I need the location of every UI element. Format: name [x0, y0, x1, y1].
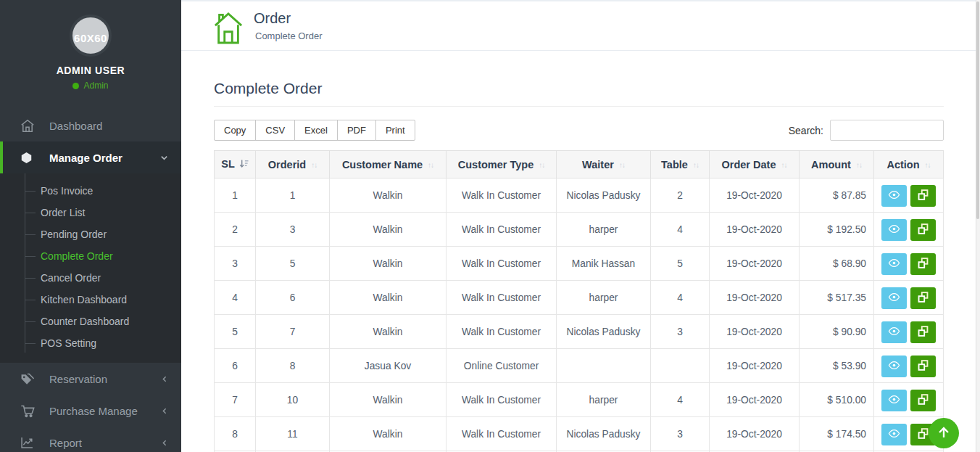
cell-amount: $ 53.90 — [800, 349, 874, 383]
cell-table — [651, 349, 710, 383]
submenu-item[interactable]: Kitchen Dashboard — [0, 289, 181, 311]
view-button[interactable] — [881, 356, 907, 377]
cell-customer-type: Walk In Customer — [447, 281, 557, 315]
cell-order-date: 19-Oct-2020 — [710, 383, 800, 417]
sort-icon: ↑↓ — [311, 161, 317, 169]
cell-order-date: 19-Oct-2020 — [710, 178, 800, 213]
sidebar-item-dashboard[interactable]: Dashboard — [0, 110, 181, 141]
chevron-left-icon — [161, 439, 168, 447]
column-header-sl[interactable]: SL — [215, 151, 256, 178]
sidebar-item-purchase-manage[interactable]: Purchase Manage — [0, 395, 181, 427]
submenu-item[interactable]: Complete Order — [0, 245, 181, 267]
chart-icon — [20, 436, 38, 449]
sidebar-item-label: Dashboard — [49, 120, 102, 132]
clone-button[interactable] — [910, 287, 936, 309]
sort-icon: ↑↓ — [693, 161, 699, 169]
cell-customer-type: Walk In Customer — [447, 247, 557, 281]
cell-customer-type: Online Customer — [447, 349, 557, 383]
clone-button[interactable] — [910, 321, 936, 343]
eye-icon — [888, 292, 900, 304]
cell-orderid: 5 — [256, 247, 330, 281]
cell-table: 3 — [651, 315, 710, 349]
sidebar-item-reservation[interactable]: Reservation — [0, 363, 181, 395]
clone-button[interactable] — [910, 253, 936, 275]
column-header-amount[interactable]: Amount↑↓ — [800, 151, 874, 178]
cell-action — [874, 281, 944, 315]
cell-table: 5 — [651, 247, 710, 281]
cell-table: 3 — [651, 417, 710, 451]
submenu-item[interactable]: POS Setting — [0, 332, 181, 354]
page-title: Order — [254, 10, 322, 27]
view-button[interactable] — [881, 390, 907, 411]
cell-customer-name: Jasua Kov — [330, 349, 447, 383]
cell-waiter: Nicolas Padusky — [557, 417, 651, 451]
user-role-label: Admin — [83, 81, 108, 91]
vertical-scrollbar[interactable] — [976, 0, 980, 452]
cell-sl: 1 — [215, 178, 256, 213]
view-button[interactable] — [881, 253, 907, 275]
submenu-item[interactable]: Counter Dashboard — [0, 311, 181, 332]
topbar: Order Complete Order — [181, 0, 980, 51]
view-button[interactable] — [881, 321, 907, 343]
clone-icon — [917, 393, 929, 408]
home-icon — [20, 119, 38, 133]
submenu-item[interactable]: Pending Order — [0, 223, 181, 245]
sidebar-item-report[interactable]: Report — [0, 427, 181, 452]
breadcrumb: Order Complete Order — [254, 10, 322, 41]
print-button[interactable]: Print — [375, 120, 415, 141]
excel-button[interactable]: Excel — [294, 120, 338, 141]
sidebar-item-manage-order[interactable]: Manage Order — [0, 141, 181, 173]
clone-button[interactable] — [910, 390, 936, 411]
clone-button[interactable] — [910, 185, 936, 207]
column-header-orderid[interactable]: Orderid↑↓ — [256, 151, 330, 178]
scrollbar-thumb[interactable] — [976, 1, 979, 219]
cell-amount: $ 87.85 — [800, 178, 874, 213]
submenu-item[interactable]: Pos Invoice — [0, 180, 181, 202]
column-header-waiter[interactable]: Waiter↑↓ — [557, 151, 651, 178]
table-header-row: SL Orderid↑↓ Customer Name↑↓ Customer Ty… — [215, 151, 944, 178]
cell-waiter: harper — [557, 281, 651, 315]
eye-icon — [888, 190, 900, 202]
search-input[interactable] — [830, 120, 944, 141]
eye-icon — [888, 224, 900, 236]
cell-action — [874, 315, 944, 349]
submenu-item[interactable]: Order List — [0, 202, 181, 223]
pdf-button[interactable]: PDF — [337, 120, 376, 141]
sort-icon: ↑↓ — [856, 161, 862, 169]
cell-orderid: 6 — [256, 281, 330, 315]
column-header-customer-type[interactable]: Customer Type↑↓ — [447, 151, 557, 178]
view-button[interactable] — [881, 219, 907, 241]
scroll-to-top-button[interactable] — [929, 418, 959, 448]
csv-button[interactable]: CSV — [255, 120, 295, 141]
cell-amount: $ 90.90 — [800, 315, 874, 349]
cell-orderid: 8 — [256, 349, 330, 383]
column-header-table[interactable]: Table↑↓ — [651, 151, 710, 178]
cell-waiter: harper — [557, 383, 651, 417]
cell-customer-name: Walkin — [330, 281, 447, 315]
clone-button[interactable] — [910, 219, 936, 241]
cell-table: 4 — [651, 281, 710, 315]
cell-amount: $ 174.50 — [800, 417, 874, 451]
cell-order-date: 19-Oct-2020 — [710, 315, 800, 349]
cell-sl: 3 — [215, 247, 256, 281]
column-header-action[interactable]: Action↑↓ — [874, 151, 944, 178]
cell-waiter — [557, 349, 651, 383]
main-content: Complete Order Copy CSV Excel PDF Print … — [181, 51, 980, 452]
cell-waiter: Manik Hassan — [557, 247, 651, 281]
view-button[interactable] — [881, 287, 907, 309]
copy-button[interactable]: Copy — [214, 120, 256, 141]
sidebar-nav: Dashboard Manage Order Pos Invoice Order… — [0, 110, 181, 452]
column-header-order-date[interactable]: Order Date↑↓ — [710, 151, 800, 178]
view-button[interactable] — [881, 424, 907, 445]
cell-amount: $ 192.50 — [800, 213, 874, 247]
cube-icon — [20, 152, 38, 164]
cell-customer-type: Walk In Customer — [447, 178, 557, 213]
table-row: 7 10 Walkin Walk In Customer harper 4 19… — [215, 383, 944, 417]
submenu-item[interactable]: Cancel Order — [0, 267, 181, 289]
cell-waiter: Nicolas Padusky — [557, 178, 651, 213]
export-button-group: Copy CSV Excel PDF Print — [214, 120, 415, 141]
home-icon — [213, 9, 244, 48]
clone-button[interactable] — [910, 356, 936, 377]
view-button[interactable] — [881, 185, 907, 207]
column-header-customer-name[interactable]: Customer Name↑↓ — [330, 151, 447, 178]
